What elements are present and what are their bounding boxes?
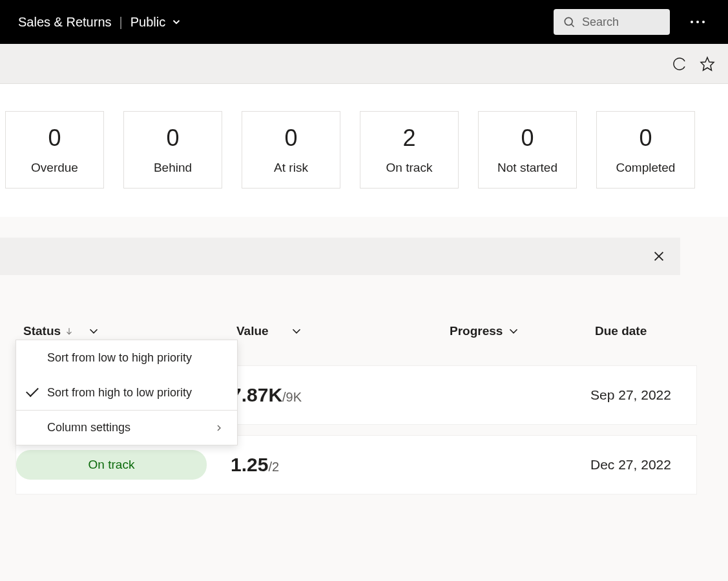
row-value: 1.25/2 (231, 454, 445, 476)
search-placeholder: Search (582, 15, 619, 29)
sort-down-arrow-icon (65, 326, 74, 336)
kpi-count: 0 (521, 125, 534, 152)
chevron-down-icon (171, 16, 182, 28)
sub-toolbar (0, 44, 728, 84)
kpi-count: 0 (639, 125, 652, 152)
table-headers: Status Sort from low to high priority So… (23, 324, 728, 338)
column-header-due-date[interactable]: Due date (595, 324, 647, 338)
visibility-label: Public (130, 15, 165, 30)
chevron-down-icon (506, 324, 521, 338)
kpi-label: On track (386, 161, 433, 175)
column-header-value[interactable]: Value (236, 324, 450, 338)
kpi-count: 0 (166, 125, 179, 152)
visibility-dropdown[interactable]: Public (130, 15, 182, 30)
kpi-label: At risk (274, 161, 308, 175)
row-due-date: Dec 27, 2022 (590, 457, 671, 473)
kpi-card-overdue[interactable]: 0 Overdue (5, 111, 104, 189)
kpi-card-behind[interactable]: 0 Behind (123, 111, 222, 189)
kpi-count: 2 (402, 125, 415, 152)
status-badge: On track (16, 450, 207, 480)
kpi-label: Behind (154, 161, 192, 175)
row-value: 7.87K/9K (231, 384, 445, 406)
kpi-count: 0 (48, 125, 61, 152)
close-icon (652, 249, 666, 263)
chevron-right-icon (214, 423, 224, 433)
table-section: Status Sort from low to high priority So… (0, 324, 728, 494)
search-icon (563, 15, 576, 28)
header-divider: | (120, 15, 123, 30)
status-sort-dropdown: Sort from low to high priority Sort from… (16, 340, 238, 445)
row-due-date: Sep 27, 2022 (590, 387, 671, 403)
kpi-count: 0 (284, 125, 297, 152)
row-status: On track (16, 450, 231, 480)
refresh-button[interactable] (671, 56, 687, 72)
refresh-icon (671, 56, 687, 72)
kpi-card-at-risk[interactable]: 0 At risk (242, 111, 340, 189)
svg-line-1 (572, 25, 574, 27)
svg-point-0 (565, 17, 572, 25)
header-left: Sales & Returns | Public (18, 15, 182, 30)
kpi-section: 0 Overdue 0 Behind 0 At risk 2 On track … (0, 84, 728, 217)
search-input[interactable]: Search (554, 9, 670, 35)
kpi-card-completed[interactable]: 0 Completed (596, 111, 695, 189)
column-label: Due date (595, 324, 647, 338)
kpi-card-not-started[interactable]: 0 Not started (478, 111, 577, 189)
sort-low-to-high[interactable]: Sort from low to high priority (16, 340, 237, 375)
chevron-down-icon (87, 324, 101, 338)
column-settings[interactable]: Column settings (16, 410, 237, 445)
close-filter-button[interactable] (652, 249, 666, 263)
kpi-label: Completed (616, 161, 676, 175)
svg-marker-2 (701, 57, 714, 70)
kpi-card-on-track[interactable]: 2 On track (360, 111, 459, 189)
kpi-label: Not started (497, 161, 557, 175)
column-label: Progress (450, 324, 503, 338)
header-right: Search (554, 9, 710, 35)
kpi-label: Overdue (31, 161, 78, 175)
column-header-status[interactable]: Status Sort from low to high priority So… (23, 324, 236, 338)
chevron-down-icon (289, 324, 304, 338)
column-header-progress[interactable]: Progress (450, 324, 595, 338)
workspace-title: Sales & Returns (18, 15, 112, 30)
favorite-button[interactable] (700, 56, 715, 72)
star-icon (700, 56, 715, 72)
top-header: Sales & Returns | Public Search (0, 0, 728, 44)
column-label: Status (23, 324, 61, 338)
sort-high-to-low[interactable]: Sort from high to low priority (16, 375, 237, 410)
filter-bar (0, 238, 680, 275)
more-button[interactable] (685, 15, 710, 28)
column-label: Value (236, 324, 269, 338)
